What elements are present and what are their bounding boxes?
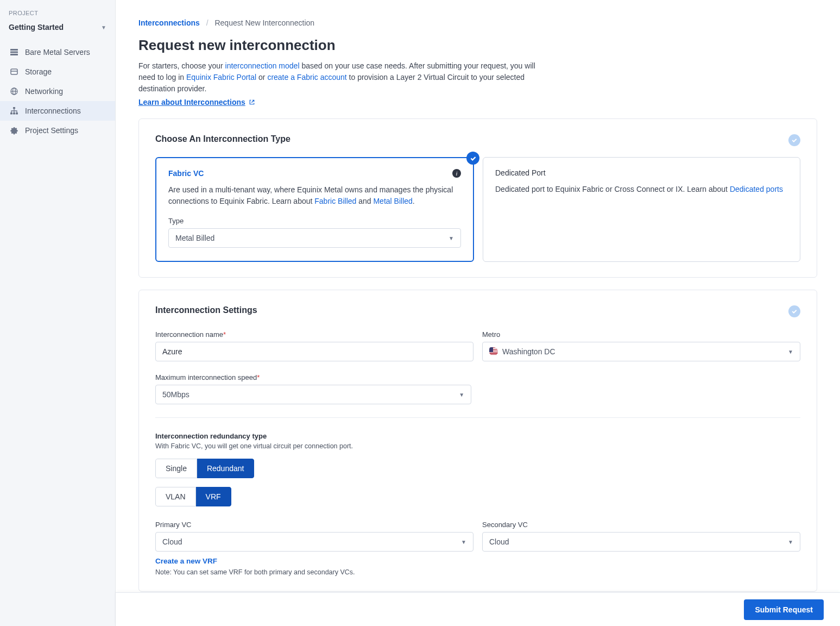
main-content: Interconnections / Request New Interconn… xyxy=(116,0,840,626)
project-name: Getting Started xyxy=(9,23,64,32)
link-fabric-billed[interactable]: Fabric Billed xyxy=(314,197,356,205)
input-interconnection-name[interactable] xyxy=(155,342,473,361)
svg-rect-3 xyxy=(11,69,17,74)
chevron-down-icon: ▼ xyxy=(459,392,464,398)
storage-icon xyxy=(10,67,18,76)
select-speed[interactable]: 50Mbps ▼ xyxy=(155,385,471,404)
select-value: Washington DC xyxy=(502,347,555,356)
breadcrumb-root[interactable]: Interconnections xyxy=(138,18,200,27)
gear-icon xyxy=(10,126,18,135)
sidebar-item-project-settings[interactable]: Project Settings xyxy=(0,121,115,140)
page-title: Request new interconnection xyxy=(138,37,817,54)
segmented-redundancy: Single Redundant xyxy=(155,459,254,478)
card-description: Dedicated port to Equinix Fabric or Cros… xyxy=(495,184,788,195)
select-secondary-vc[interactable]: Cloud ▼ xyxy=(482,532,800,552)
svg-rect-10 xyxy=(13,112,15,115)
select-value: Cloud xyxy=(162,537,182,546)
panel-interconnection-settings: Interconnection Settings Interconnection… xyxy=(138,290,817,592)
chevron-down-icon: ▼ xyxy=(461,539,466,545)
seg-btn-vlan[interactable]: VLAN xyxy=(155,487,196,506)
sitemap-icon xyxy=(10,107,18,115)
sidebar-item-interconnections[interactable]: Interconnections xyxy=(0,101,115,121)
primary-vc-label: Primary VC xyxy=(155,521,473,529)
sidebar-item-storage[interactable]: Storage xyxy=(0,62,115,82)
breadcrumb: Interconnections / Request New Interconn… xyxy=(138,18,817,27)
breadcrumb-current: Request New Interconnection xyxy=(214,18,314,27)
chevron-down-icon: ▼ xyxy=(788,539,793,545)
link-learn-about-interconnections[interactable]: Learn about Interconnections xyxy=(138,98,255,107)
sidebar-item-label: Project Settings xyxy=(25,126,78,135)
step-complete-icon xyxy=(788,305,800,317)
sidebar-item-bare-metal[interactable]: Bare Metal Servers xyxy=(0,42,115,62)
sidebar: PROJECT Getting Started ▼ Bare Metal Ser… xyxy=(0,0,116,626)
sidebar-item-networking[interactable]: Networking xyxy=(0,82,115,101)
vrf-note: Note: You can set same VRF for both prim… xyxy=(155,568,800,576)
link-create-new-vrf[interactable]: Create a new VRF xyxy=(155,557,217,565)
panel-title: Interconnection Settings xyxy=(155,305,257,315)
link-metal-billed[interactable]: Metal Billed xyxy=(373,197,412,205)
secondary-vc-label: Secondary VC xyxy=(482,521,800,529)
redundancy-title: Interconnection redundancy type xyxy=(155,432,800,440)
link-dedicated-ports[interactable]: Dedicated ports xyxy=(730,185,783,193)
link-create-fabric-account[interactable]: create a Fabric account xyxy=(267,73,346,82)
link-interconnection-model[interactable]: interconnection model xyxy=(225,61,300,70)
chevron-down-icon: ▼ xyxy=(449,235,454,241)
svg-rect-1 xyxy=(10,52,18,53)
seg-btn-vrf[interactable]: VRF xyxy=(196,487,231,506)
chevron-down-icon: ▼ xyxy=(788,349,793,355)
flag-us-icon xyxy=(489,347,498,356)
sidebar-item-label: Networking xyxy=(25,87,63,96)
selected-check-icon xyxy=(466,152,479,165)
seg-btn-single[interactable]: Single xyxy=(155,459,197,478)
sidebar-nav: Bare Metal Servers Storage Networking In… xyxy=(0,42,115,140)
redundancy-subtext: With Fabric VC, you will get one virtual… xyxy=(155,442,800,450)
panel-title: Choose An Interconnection Type xyxy=(155,134,290,144)
sidebar-item-label: Bare Metal Servers xyxy=(25,48,90,57)
sidebar-item-label: Storage xyxy=(25,67,52,76)
step-complete-icon xyxy=(788,134,800,146)
project-selector[interactable]: Getting Started ▼ xyxy=(0,18,115,39)
svg-rect-9 xyxy=(10,112,12,115)
svg-rect-0 xyxy=(10,49,18,51)
select-metro[interactable]: Washington DC ▼ xyxy=(482,342,800,361)
link-fabric-portal[interactable]: Equinix Fabric Portal xyxy=(186,73,256,82)
seg-btn-redundant[interactable]: Redundant xyxy=(197,459,255,478)
card-title: Dedicated Port xyxy=(495,168,788,177)
panel-choose-type: Choose An Interconnection Type Fabric VC… xyxy=(138,118,817,278)
external-link-icon xyxy=(249,99,255,105)
select-value: Cloud xyxy=(489,537,509,546)
type-label: Type xyxy=(168,217,461,225)
intro-text: For starters, choose your interconnectio… xyxy=(138,60,540,95)
info-icon[interactable]: i xyxy=(452,169,461,178)
card-fabric-vc[interactable]: Fabric VC i Are used in a multi-tenant w… xyxy=(155,157,474,262)
select-primary-vc[interactable]: Cloud ▼ xyxy=(155,532,473,552)
breadcrumb-separator: / xyxy=(206,18,209,27)
servers-icon xyxy=(10,48,18,57)
card-dedicated-port[interactable]: Dedicated Port Dedicated port to Equinix… xyxy=(483,157,800,262)
svg-rect-2 xyxy=(10,54,18,55)
chevron-down-icon: ▼ xyxy=(101,24,106,30)
sidebar-section-label: PROJECT xyxy=(0,8,115,18)
metro-label: Metro xyxy=(482,330,800,339)
sidebar-item-label: Interconnections xyxy=(25,107,81,115)
select-value: Metal Billed xyxy=(175,234,214,242)
card-title: Fabric VC xyxy=(168,169,204,178)
footer-bar: Submit Request xyxy=(116,592,840,626)
speed-label: Maximum interconnection speed* xyxy=(155,373,471,381)
submit-button[interactable]: Submit Request xyxy=(744,599,824,620)
name-label: Interconnection name* xyxy=(155,330,473,339)
divider xyxy=(155,417,800,418)
svg-rect-8 xyxy=(13,107,15,109)
select-billing-type[interactable]: Metal Billed ▼ xyxy=(168,228,461,248)
select-value: 50Mbps xyxy=(162,390,190,399)
svg-rect-11 xyxy=(16,112,18,115)
segmented-vc-type: VLAN VRF xyxy=(155,487,231,506)
card-description: Are used in a multi-tenant way, where Eq… xyxy=(168,184,461,207)
input-name-field[interactable] xyxy=(162,347,466,356)
network-icon xyxy=(10,87,18,96)
